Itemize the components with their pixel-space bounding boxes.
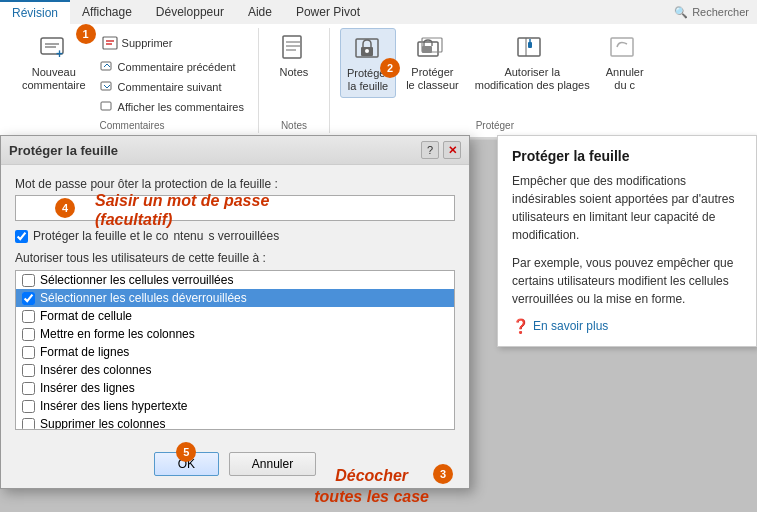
dialog-controls: ? ✕: [421, 141, 461, 159]
proteger-group-label: Protéger: [476, 116, 514, 133]
svg-text:+: +: [56, 47, 63, 61]
checkbox-format-cellule[interactable]: [22, 310, 35, 323]
protect-sheet-dialog: Protéger la feuille ? ✕ Mot de passe pou…: [0, 135, 470, 489]
step3-badge: 3: [433, 464, 453, 484]
svg-point-16: [365, 49, 369, 53]
autoriser-icon: [516, 32, 548, 64]
list-item-supprimer-colonnes[interactable]: Supprimer les colonnes: [16, 415, 454, 430]
checkbox-supprimer-colonnes[interactable]: [22, 418, 35, 431]
notes-group-label: Notes: [281, 116, 307, 133]
svg-rect-10: [283, 36, 301, 58]
nouveau-commentaire-icon: +: [38, 32, 70, 64]
tooltip-text1: Empêcher que des modifications indésirab…: [512, 172, 742, 244]
checkbox-mettre-forme-colonnes[interactable]: [22, 328, 35, 341]
afficher-icon: [100, 100, 114, 114]
ribbon-group-proteger: Protégerla feuille 2: [330, 28, 660, 133]
tab-revision[interactable]: Révision: [0, 0, 70, 24]
checkbox-deverrouillees[interactable]: [22, 292, 35, 305]
permissions-listbox[interactable]: Sélectionner les cellules verrouillées S…: [15, 270, 455, 430]
tooltip-link[interactable]: ❓ En savoir plus: [512, 318, 742, 334]
checkbox-format-lignes[interactable]: [22, 346, 35, 359]
list-item-inserer-liens[interactable]: Insérer des liens hypertexte: [16, 397, 454, 415]
annuler-icon: [609, 32, 641, 64]
list-item-verrouillees[interactable]: Sélectionner les cellules verrouillées: [16, 271, 454, 289]
svg-rect-9: [101, 102, 111, 110]
autoriser-modification-button[interactable]: Autoriser lamodification des plages: [469, 28, 596, 96]
svg-rect-22: [528, 42, 532, 48]
protect-checkbox[interactable]: [15, 230, 28, 243]
step5-badge: 5: [176, 442, 196, 462]
password-input[interactable]: [15, 195, 455, 221]
protect-checkbox-row: Protéger la feuille et le co ntenu s ver…: [15, 229, 455, 243]
notes-button[interactable]: Notes: [269, 28, 319, 82]
commentaires-group-label: Commentaires: [99, 116, 164, 133]
dialog-help-button[interactable]: ?: [421, 141, 439, 159]
checkbox-inserer-lignes[interactable]: [22, 382, 35, 395]
tab-developpeur[interactable]: Développeur: [144, 0, 236, 24]
checkbox-inserer-liens[interactable]: [22, 400, 35, 413]
password-label: Mot de passe pour ôter la protection de …: [15, 177, 455, 191]
tooltip-text2: Par exemple, vous pouvez empêcher que ce…: [512, 254, 742, 308]
svg-rect-19: [422, 46, 432, 53]
tab-affichage[interactable]: Affichage: [70, 0, 144, 24]
ribbon: Révision Affichage Développeur Aide Powe…: [0, 0, 757, 140]
precedent-icon: [100, 60, 114, 74]
dialog-title: Protéger la feuille: [9, 143, 118, 158]
list-item-format-cellule[interactable]: Format de cellule: [16, 307, 454, 325]
ribbon-content: + Nouveaucommentaire 1: [0, 24, 757, 139]
permissions-label: Autoriser tous les utilisateurs de cette…: [15, 251, 455, 265]
afficher-commentaires-button[interactable]: Afficher les commentaires: [96, 98, 248, 116]
list-item-deverrouillees[interactable]: Sélectionner les cellules déverrouillées: [16, 289, 454, 307]
dialog-close-button[interactable]: ✕: [443, 141, 461, 159]
list-item-inserer-colonnes[interactable]: Insérer des colonnes: [16, 361, 454, 379]
commentaires-buttons: + Nouveaucommentaire 1: [16, 28, 248, 116]
step1-badge: 1: [76, 24, 96, 44]
checkbox-inserer-colonnes[interactable]: [22, 364, 35, 377]
dialog-footer: OK 5 Annuler: [1, 442, 469, 488]
proteger-classeur-icon: [416, 32, 448, 64]
commentaire-precedent-button[interactable]: Commentaire précédent: [96, 58, 248, 76]
commentaire-suivant-button[interactable]: Commentaire suivant: [96, 78, 248, 96]
cancel-button[interactable]: Annuler: [229, 452, 316, 476]
tooltip-title: Protéger la feuille: [512, 148, 742, 164]
svg-rect-23: [611, 38, 633, 56]
proteger-feuille-icon: [352, 33, 384, 65]
ribbon-group-notes: Notes Notes: [259, 28, 330, 133]
tab-powerpivot[interactable]: Power Pivot: [284, 0, 372, 24]
step4-badge: 4: [55, 198, 75, 218]
proteger-buttons: Protégerla feuille 2: [340, 28, 650, 116]
supprimer-icon: [100, 32, 122, 54]
svg-rect-4: [103, 37, 117, 49]
step2-badge: 2: [380, 58, 400, 78]
annuler-button[interactable]: Annulerdu c: [600, 28, 650, 96]
list-item-mettre-forme-colonnes[interactable]: Mettre en forme les colonnes: [16, 325, 454, 343]
notes-icon: [278, 32, 310, 64]
ribbon-tab-bar: Révision Affichage Développeur Aide Powe…: [0, 0, 757, 24]
tab-aide[interactable]: Aide: [236, 0, 284, 24]
checkbox-verrouillees[interactable]: [22, 274, 35, 287]
list-item-format-lignes[interactable]: Format de lignes: [16, 343, 454, 361]
tooltip-popup: Protéger la feuille Empêcher que des mod…: [497, 135, 757, 347]
ribbon-group-commentaires: + Nouveaucommentaire 1: [6, 28, 259, 133]
list-item-inserer-lignes[interactable]: Insérer des lignes: [16, 379, 454, 397]
dialog-titlebar: Protéger la feuille ? ✕: [1, 136, 469, 165]
dialog-body: Mot de passe pour ôter la protection de …: [1, 165, 469, 442]
suivant-icon: [100, 80, 114, 94]
proteger-classeur-button[interactable]: Protégerle classeur: [400, 28, 465, 96]
supprimer-button[interactable]: Supprimer: [96, 30, 248, 56]
